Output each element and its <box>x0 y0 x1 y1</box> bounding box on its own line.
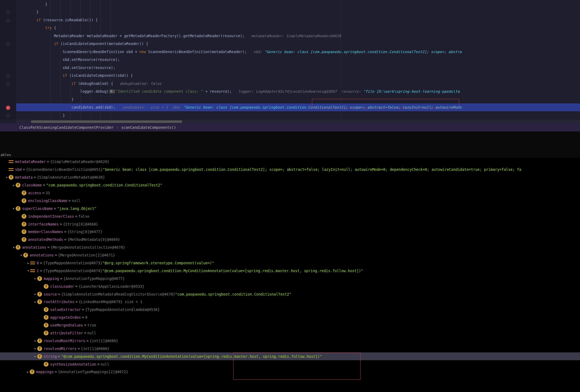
expand-icon[interactable]: ▶ <box>35 339 37 342</box>
variable-row[interactable]: ▼fmetadata = {SimpleAnnotationMetadata@4… <box>0 174 580 181</box>
field-icon: f <box>22 214 26 219</box>
scrollbar-thumb[interactable] <box>31 120 182 123</box>
variable-row[interactable]: ▶fmappings = {AnnotationTypeMappings[2]@… <box>0 368 580 376</box>
variable-name: rootAttributes <box>44 300 74 304</box>
execution-line[interactable]: candidates.add(sbd); candidates: size = … <box>16 103 580 112</box>
code-line[interactable]: sbd.setSource(resource); <box>16 64 580 72</box>
variable-row[interactable]: ▶fsource = {SimpleAnnotationMetadataRead… <box>0 290 580 298</box>
variable-row[interactable]: fannotatedMethods = {MethodMetadata[0]@4… <box>0 236 580 244</box>
expand-icon[interactable]: ▼ <box>28 269 30 272</box>
variables-pane[interactable]: metadataReader = {SimpleMetadataReader@4… <box>0 158 580 392</box>
variable-type: 33 <box>46 191 50 195</box>
field-icon: f <box>44 331 49 335</box>
variable-row[interactable]: ▶fsuperClassName = "java.lang.Object" <box>0 204 580 212</box>
variable-row[interactable]: ▶fmapping = {AnnotationTypeMapping@4677} <box>0 275 580 282</box>
code-line[interactable]: if (isCandidateComponent(metadataReader)… <box>16 40 580 48</box>
field-icon: f <box>22 198 26 203</box>
expand-icon[interactable]: ▶ <box>35 293 37 296</box>
expand-icon[interactable]: ▶ <box>28 262 30 265</box>
fold-icon[interactable] <box>6 74 10 78</box>
variable-type: 0 <box>85 315 87 320</box>
code-line[interactable]: logger.debug(0:"Identified candidate com… <box>16 88 580 96</box>
code-line[interactable]: } <box>16 0 580 8</box>
variable-name: annotatedMethods <box>28 237 63 242</box>
variable-name: aggregateIndex <box>50 315 81 320</box>
expand-icon[interactable]: ▶ <box>35 355 37 358</box>
value-icon <box>9 168 13 171</box>
code-line[interactable]: sbd.setResource(resource); <box>16 56 580 64</box>
variable-row[interactable]: fattributeFilter = null <box>0 329 580 337</box>
variable-row[interactable]: fmemberClassNames = {String[0]@4477} <box>0 228 580 236</box>
field-icon: f <box>23 253 28 258</box>
variable-row[interactable]: metadataReader = {SimpleMetadataReader@4… <box>0 158 580 166</box>
variable-row[interactable]: fvalueExtractor = {TypeMappedAnnotation$… <box>0 306 580 314</box>
variable-row[interactable]: fenclosingClassName = null <box>0 197 580 204</box>
expand-icon[interactable]: ▶ <box>35 347 37 350</box>
variable-value: "@com.paopaoedu.springboot.condition.MyC… <box>102 269 363 273</box>
code-line[interactable]: try { <box>16 24 580 32</box>
field-icon: f <box>37 338 42 343</box>
code-line[interactable]: if (debugEnabled) { debugEnabled: false <box>16 79 580 88</box>
code-line[interactable]: } <box>16 95 580 103</box>
variable-row[interactable]: ▶0 = {TypeMappedAnnotation@4673} "@org.s… <box>0 259 580 267</box>
breadcrumb-method[interactable]: scanCandidateComponents() <box>121 125 176 130</box>
variable-type: {SimpleAnnotationMetadata@4630} <box>37 175 105 179</box>
variable-name: enclosingClassName <box>28 199 67 203</box>
variable-row[interactable]: ▼fannotations = {MergedAnnotationsCollec… <box>0 244 580 251</box>
breakpoint-icon[interactable]: ✓ <box>6 106 10 110</box>
horizontal-scrollbar[interactable] <box>16 120 580 123</box>
variable-name: valueExtractor <box>50 307 81 312</box>
breadcrumb[interactable]: ClassPathScanningCandidateComponentProvi… <box>0 123 580 131</box>
expand-icon[interactable]: ▼ <box>13 246 16 249</box>
field-icon: f <box>37 299 42 304</box>
variable-row[interactable]: faggregateIndex = 0 <box>0 314 580 321</box>
code-line[interactable]: ScannedGenericBeanDefinition sbd = new S… <box>16 48 580 56</box>
code-area[interactable]: } } if (resource.isReadable()) { try { M… <box>16 0 580 120</box>
variable-row[interactable]: finterfaceNames = {String[0]@4668} <box>0 220 580 228</box>
fold-icon[interactable] <box>6 82 10 86</box>
fold-icon[interactable] <box>6 114 10 117</box>
expand-icon[interactable]: ▼ <box>20 254 23 257</box>
variable-name: useMergedValues <box>50 323 83 327</box>
variable-value: "@org.springframework.stereotype.Compone… <box>102 261 214 265</box>
variable-row[interactable]: ▶fstring = "@com.paopaoedu.springboot.co… <box>0 352 580 360</box>
variable-row[interactable]: fsynthesizedAnnotation = null <box>0 360 580 368</box>
variable-row[interactable]: ▶fclassName = "com.paopaoedu.springboot.… <box>0 181 580 189</box>
variable-row[interactable]: ▶frootAttributes = {LinkedHashMap@4679} … <box>0 298 580 306</box>
expand-icon[interactable]: ▶ <box>13 184 16 187</box>
variable-name: sbd <box>15 167 22 172</box>
variable-row[interactable]: ▶fresolvedRootMirrors = {int[1]@4680} <box>0 337 580 345</box>
expand-icon[interactable]: ▶ <box>13 207 16 210</box>
code-line[interactable]: MetadataReader metadataReader = getMetad… <box>16 32 580 40</box>
variable-name: source <box>44 292 57 296</box>
fold-icon[interactable] <box>6 42 10 46</box>
variable-row[interactable]: sbd = {ScannedGenericBeanDefinition@4651… <box>0 166 580 174</box>
variable-row[interactable]: findependentInnerClass = false <box>0 212 580 220</box>
code-line[interactable]: } <box>16 111 580 119</box>
fold-icon[interactable] <box>6 11 10 14</box>
field-icon: f <box>22 237 26 242</box>
expand-icon[interactable]: ▼ <box>6 176 9 179</box>
variable-row[interactable]: fuseMergedValues = true <box>0 321 580 329</box>
variable-type: {String[0]@4668} <box>63 222 98 226</box>
field-icon: f <box>44 362 49 367</box>
variable-name: superClassName <box>22 206 53 211</box>
expand-icon[interactable]: ▶ <box>27 370 30 373</box>
variable-row[interactable]: ▼fannotations = {MergedAnnotation[2]@467… <box>0 251 580 259</box>
expand-icon[interactable]: ▶ <box>35 277 37 280</box>
code-line[interactable]: if (resource.isReadable()) { <box>16 16 580 24</box>
variable-type: {LinkedHashMap@4679} size = 1 <box>79 300 142 304</box>
variable-name: interfaceNames <box>28 222 59 226</box>
variable-row[interactable]: fclassLoader = {Launcher$AppClassLoader@… <box>0 282 580 290</box>
variable-row[interactable]: ▼1 = {TypeMappedAnnotation@4674} "@com.p… <box>0 267 580 275</box>
code-line[interactable]: } <box>16 8 580 16</box>
breadcrumb-class[interactable]: ClassPathScanningCandidateComponentProvi… <box>19 125 114 130</box>
chevron-right-icon: › <box>116 125 119 130</box>
field-icon: f <box>9 175 13 180</box>
expand-icon[interactable]: ▶ <box>35 300 37 303</box>
field-icon: f <box>16 183 20 188</box>
code-line[interactable]: if (isCandidateComponent(sbd)) { <box>16 72 580 80</box>
variable-row[interactable]: ▶fresolvedMirrors = {int[1]@4680} <box>0 345 580 352</box>
variable-row[interactable]: faccess = 33 <box>0 189 580 197</box>
fold-icon[interactable] <box>6 19 10 22</box>
